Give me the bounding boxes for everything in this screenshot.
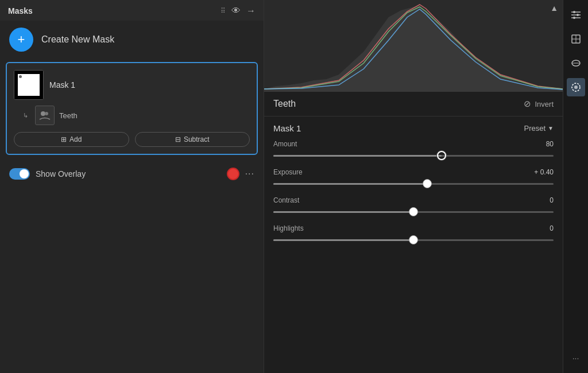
left-panel: Masks ⠿ 👁 → + Create New Mask Mask 1 bbox=[0, 0, 264, 373]
right-panel: ▲ Teeth ⊘ Invert Mask 1 Preset ▼ Amount … bbox=[264, 0, 563, 373]
plus-icon: + bbox=[18, 32, 25, 47]
exposure-slider-track-container[interactable] bbox=[273, 179, 554, 188]
eye-icon[interactable]: 👁 bbox=[231, 6, 241, 16]
crop-transform-icon[interactable] bbox=[567, 30, 585, 48]
svg-point-6 bbox=[577, 14, 579, 16]
contrast-value: 0 bbox=[550, 196, 554, 204]
mask-list-area: Mask 1 ↳ Teeth ⊞ Add ⊟ Subtra bbox=[6, 62, 258, 155]
healing-icon[interactable] bbox=[567, 54, 585, 72]
preset-button[interactable]: Preset ▼ bbox=[524, 124, 554, 133]
contrast-slider-row: Contrast 0 bbox=[273, 196, 554, 216]
adjustments-icon[interactable] bbox=[567, 6, 585, 24]
overlay-more-icon[interactable]: ··· bbox=[245, 169, 254, 179]
show-overlay-row: Show Overlay ··· bbox=[0, 161, 264, 187]
histogram-collapse-icon[interactable]: ▲ bbox=[550, 3, 558, 13]
amount-slider-header: Amount 80 bbox=[273, 140, 554, 148]
invert-button[interactable]: ⊘ Invert bbox=[524, 99, 554, 109]
contrast-slider-header: Contrast 0 bbox=[273, 196, 554, 204]
svg-point-1 bbox=[45, 112, 48, 115]
exposure-slider-header: Exposure + 0.40 bbox=[273, 168, 554, 176]
mask-sub-item-teeth[interactable]: ↳ Teeth bbox=[11, 103, 252, 127]
highlights-slider-fill bbox=[273, 239, 413, 241]
mask1-preset-row: Mask 1 Preset ▼ bbox=[264, 116, 563, 138]
amount-slider-fill bbox=[273, 155, 442, 157]
sliders-area: Amount 80 Exposure + 0.40 bbox=[264, 138, 563, 373]
add-button[interactable]: ⊞ Add bbox=[14, 132, 129, 147]
invert-icon: ⊘ bbox=[524, 99, 531, 109]
exposure-slider-fill bbox=[273, 183, 427, 185]
subtract-icon: ⊟ bbox=[175, 135, 181, 143]
amount-label: Amount bbox=[273, 140, 297, 148]
svg-point-0 bbox=[41, 111, 45, 116]
exposure-slider-row: Exposure + 0.40 bbox=[273, 168, 554, 188]
mask-actions: ⊞ Add ⊟ Subtract bbox=[11, 127, 252, 149]
preset-label: Preset bbox=[524, 124, 546, 133]
show-overlay-toggle[interactable] bbox=[9, 168, 30, 180]
contrast-slider-track-container[interactable] bbox=[273, 207, 554, 216]
amount-slider-thumb[interactable] bbox=[437, 151, 446, 160]
histogram-chart bbox=[264, 0, 563, 92]
teeth-thumbnail bbox=[35, 106, 55, 125]
teeth-sub-name: Teeth bbox=[59, 111, 78, 120]
red-dot-icon[interactable] bbox=[227, 168, 239, 180]
highlights-slider-thumb[interactable] bbox=[409, 235, 418, 244]
arrow-right-icon[interactable]: → bbox=[246, 6, 256, 16]
exposure-value: + 0.40 bbox=[534, 168, 554, 176]
overlay-icons: ··· bbox=[227, 168, 254, 180]
amount-slider-row: Amount 80 bbox=[273, 140, 554, 160]
mask1-name: Mask 1 bbox=[49, 80, 75, 90]
invert-label: Invert bbox=[535, 100, 554, 108]
toggle-knob bbox=[20, 169, 29, 178]
masks-title: Masks bbox=[8, 6, 33, 15]
svg-point-15 bbox=[574, 86, 578, 89]
amount-slider-track bbox=[273, 155, 554, 157]
subtract-button[interactable]: ⊟ Subtract bbox=[135, 132, 250, 147]
show-overlay-left: Show Overlay bbox=[9, 168, 86, 180]
masks-header: Masks ⠿ 👁 → bbox=[0, 0, 264, 21]
teeth-svg-icon bbox=[38, 109, 51, 122]
right-toolbar: ··· bbox=[563, 0, 588, 373]
exposure-slider-track bbox=[273, 183, 554, 185]
histogram-area: ▲ bbox=[264, 0, 563, 92]
masks-toolbar-icon[interactable] bbox=[567, 78, 585, 96]
add-label: Add bbox=[69, 135, 82, 143]
mask1-panel-label: Mask 1 bbox=[273, 123, 301, 133]
amount-value: 80 bbox=[546, 140, 554, 148]
create-mask-row: + Create New Mask bbox=[0, 21, 264, 59]
highlights-value: 0 bbox=[550, 224, 554, 232]
highlights-slider-track-container[interactable] bbox=[273, 235, 554, 244]
svg-point-4 bbox=[573, 11, 575, 13]
exposure-slider-thumb[interactable] bbox=[423, 179, 432, 188]
show-overlay-label: Show Overlay bbox=[36, 169, 86, 178]
svg-point-8 bbox=[573, 17, 575, 19]
section-title: Teeth bbox=[273, 99, 296, 109]
create-mask-button[interactable]: + bbox=[9, 28, 33, 52]
contrast-slider-fill bbox=[273, 211, 413, 213]
drag-handle-icon: ⠿ bbox=[220, 7, 226, 15]
mask-info-bar: Teeth ⊘ Invert bbox=[264, 92, 563, 116]
add-icon: ⊞ bbox=[61, 135, 67, 143]
toolbar-more-icon[interactable]: ··· bbox=[567, 349, 585, 367]
sub-arrow-icon: ↳ bbox=[23, 112, 28, 119]
mask1-thumbnail bbox=[14, 70, 44, 100]
exposure-label: Exposure bbox=[273, 168, 303, 176]
highlights-slider-header: Highlights 0 bbox=[273, 224, 554, 232]
amount-slider-track-container[interactable] bbox=[273, 151, 554, 160]
preset-chevron-icon: ▼ bbox=[548, 125, 554, 131]
highlights-slider-row: Highlights 0 bbox=[273, 224, 554, 244]
highlights-label: Highlights bbox=[273, 224, 304, 232]
contrast-label: Contrast bbox=[273, 196, 299, 204]
masks-header-icons: ⠿ 👁 → bbox=[220, 6, 256, 16]
subtract-label: Subtract bbox=[184, 135, 210, 143]
create-mask-label: Create New Mask bbox=[41, 34, 114, 45]
contrast-slider-thumb[interactable] bbox=[409, 207, 418, 216]
mask1-item[interactable]: Mask 1 bbox=[11, 68, 252, 102]
